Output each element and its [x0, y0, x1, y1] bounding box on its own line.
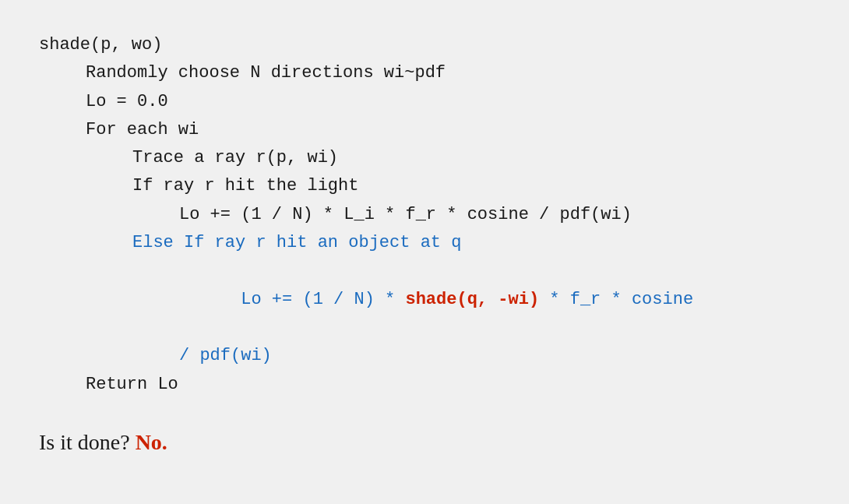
- code-block: shade(p, wo) Randomly choose N direction…: [39, 31, 810, 399]
- footer-answer: No.: [136, 430, 167, 454]
- code-line-3: Lo = 0.0: [39, 88, 810, 116]
- code-line-10: / pdf(wi): [39, 342, 810, 370]
- code-line-4: For each wi: [39, 116, 810, 144]
- code-line-11: Return Lo: [39, 371, 810, 399]
- code-line-8: Else If ray r hit an object at q: [39, 229, 810, 257]
- code-line-9-end: * f_r * cosine: [539, 290, 693, 309]
- code-line-6: If ray r hit the light: [39, 172, 810, 200]
- footer-question: Is it done?: [39, 430, 136, 454]
- code-line-1: shade(p, wo): [39, 31, 810, 59]
- code-line-2: Randomly choose N directions wi~pdf: [39, 59, 810, 87]
- main-container: shade(p, wo) Randomly choose N direction…: [0, 0, 849, 504]
- code-line-9: Lo += (1 / N) * shade(q, -wi) * f_r * co…: [39, 257, 810, 342]
- footer-text: Is it done? No.: [39, 430, 810, 455]
- code-line-9-start: Lo += (1 / N) *: [241, 290, 405, 309]
- code-line-7: Lo += (1 / N) * L_i * f_r * cosine / pdf…: [39, 201, 810, 229]
- code-line-9-red: shade(q, -wi): [405, 290, 539, 309]
- code-line-5: Trace a ray r(p, wi): [39, 144, 810, 172]
